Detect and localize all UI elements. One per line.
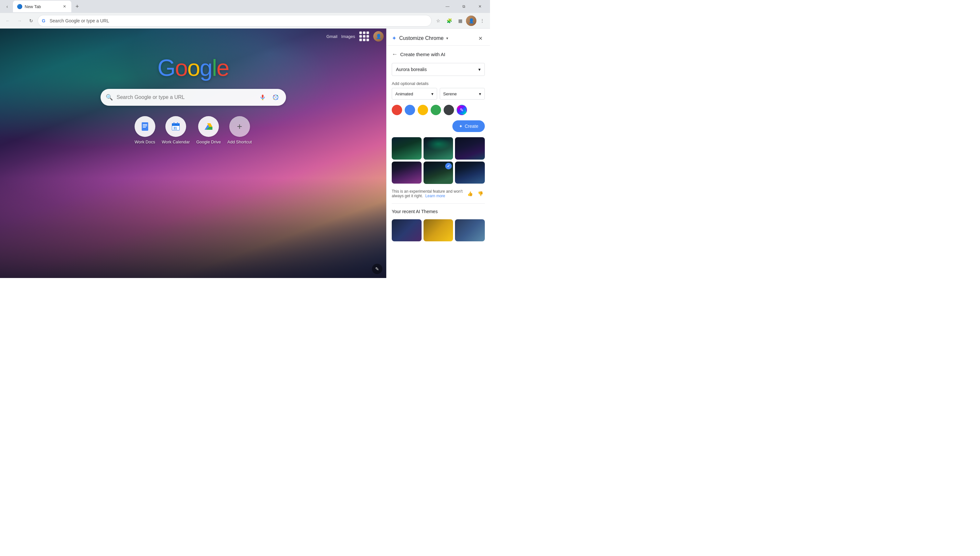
profile-avatar[interactable]: 👤 xyxy=(466,16,476,26)
back-to-themes[interactable]: ← Create theme with AI xyxy=(392,51,485,58)
serene-arrow: ▾ xyxy=(479,92,481,96)
svg-rect-15 xyxy=(172,124,180,126)
content-area: Gmail Images 👤 xyxy=(0,29,490,278)
search-input[interactable] xyxy=(117,94,253,100)
create-button[interactable]: ✦ Create xyxy=(452,120,485,132)
menu-button[interactable]: ⋮ xyxy=(477,16,488,26)
feedback-row: This is an experimental feature and won'… xyxy=(392,189,485,198)
recent-theme-2[interactable] xyxy=(423,219,454,242)
window-controls: — ⧉ ✕ xyxy=(440,1,488,12)
panel-close-button[interactable]: ✕ xyxy=(476,34,485,43)
svg-rect-12 xyxy=(143,127,146,128)
optional-details-label: Add optional details xyxy=(392,81,485,86)
animated-arrow: ▾ xyxy=(431,92,434,96)
color-blue[interactable] xyxy=(405,105,415,115)
shortcut-add[interactable]: + Add Shortcut xyxy=(227,116,252,144)
theme-thumb-1[interactable] xyxy=(392,137,421,160)
svg-rect-9 xyxy=(142,122,148,131)
new-tab-button[interactable]: + xyxy=(73,2,82,11)
sidebar-button[interactable]: ▦ xyxy=(455,16,465,26)
apps-grid-icon xyxy=(359,31,369,41)
close-window-button[interactable]: ✕ xyxy=(473,1,488,12)
shortcut-work-docs[interactable]: Work Docs xyxy=(135,116,155,144)
recent-theme-3[interactable] xyxy=(455,219,485,242)
tab-close-button[interactable]: ✕ xyxy=(61,3,68,10)
color-green[interactable] xyxy=(431,105,441,115)
tab-scroll-back[interactable]: ‹ xyxy=(3,2,12,11)
minimize-button[interactable]: — xyxy=(440,1,455,12)
add-shortcut-icon: + xyxy=(229,116,250,137)
extensions-button[interactable]: 🧩 xyxy=(444,16,454,26)
search-icon: 🔍 xyxy=(106,94,113,101)
theme-input-row: Aurora borealis ▾ xyxy=(392,63,485,76)
address-bar[interactable]: G Search Google or type a URL xyxy=(38,15,432,27)
theme-thumbnails-grid: ✓ xyxy=(392,137,485,184)
bookmark-button[interactable]: ☆ xyxy=(433,16,443,26)
theme-thumb-5[interactable]: ✓ xyxy=(423,162,454,184)
edit-background-button[interactable]: ✎ xyxy=(372,264,382,274)
back-arrow-icon: ← xyxy=(392,51,397,58)
customize-icon: ✦ xyxy=(392,35,397,42)
theme-thumb-6[interactable] xyxy=(455,162,485,184)
recent-themes-title: Your recent AI Themes xyxy=(392,209,485,214)
city-overlay xyxy=(0,178,386,278)
new-tab-page: Gmail Images 👤 xyxy=(0,29,386,278)
shortcuts-row: Work Docs 31 xyxy=(135,116,252,144)
color-yellow[interactable] xyxy=(418,105,428,115)
panel-body: ← Create theme with AI Aurora borealis ▾… xyxy=(387,46,490,247)
style-serene-select[interactable]: Serene ▾ xyxy=(440,88,485,100)
panel-title-row: ✦ Customize Chrome ▾ xyxy=(392,35,448,42)
svg-point-4 xyxy=(274,96,277,99)
color-dark[interactable] xyxy=(444,105,454,115)
forward-button[interactable]: → xyxy=(14,16,25,26)
learn-more-link[interactable]: Learn more xyxy=(425,194,445,198)
navigation-bar: ← → ↻ G Search Google or type a URL ☆ 🧩 … xyxy=(0,13,490,29)
maximize-button[interactable]: ⧉ xyxy=(456,1,471,12)
search-bar[interactable]: 🔍 xyxy=(100,89,286,106)
color-custom[interactable]: ✎ xyxy=(457,105,467,115)
customize-panel: ✦ Customize Chrome ▾ ✕ ← Create theme wi… xyxy=(386,29,490,278)
thumbs-down-button[interactable]: 👎 xyxy=(476,189,485,198)
work-docs-icon xyxy=(135,116,155,137)
ntp-content: Google 🔍 xyxy=(0,29,386,144)
work-calendar-icon: 31 xyxy=(165,116,186,137)
back-button[interactable]: ← xyxy=(3,16,13,26)
google-drive-label: Google Drive xyxy=(196,139,221,144)
recent-theme-1[interactable] xyxy=(392,219,421,242)
reload-button[interactable]: ↻ xyxy=(26,16,36,26)
address-text: Search Google or type a URL xyxy=(50,18,428,23)
svg-rect-0 xyxy=(262,95,263,98)
google-apps-button[interactable] xyxy=(359,31,370,42)
visual-search-button[interactable] xyxy=(270,92,281,102)
create-theme-label: Create theme with AI xyxy=(400,52,445,57)
theme-thumb-2[interactable] xyxy=(423,137,454,160)
tab-bar: ‹ 🔵 New Tab ✕ + xyxy=(3,1,440,12)
add-shortcut-label: Add Shortcut xyxy=(227,139,252,144)
work-docs-label: Work Docs xyxy=(135,139,155,144)
ntp-profile-avatar[interactable]: 👤 xyxy=(373,31,384,42)
theme-thumb-3[interactable] xyxy=(455,137,485,160)
svg-rect-18 xyxy=(173,122,174,124)
search-actions xyxy=(257,92,281,102)
gmail-link[interactable]: Gmail xyxy=(326,34,337,39)
style-animated-select[interactable]: Animated ▾ xyxy=(392,88,437,100)
active-tab[interactable]: 🔵 New Tab ✕ xyxy=(13,1,71,12)
theme-dropdown-arrow: ▾ xyxy=(478,67,481,72)
google-favicon: G xyxy=(42,18,47,23)
create-icon: ✦ xyxy=(459,124,463,129)
images-link[interactable]: Images xyxy=(341,34,355,39)
thumbs-up-button[interactable]: 👍 xyxy=(465,189,475,198)
shortcut-google-drive[interactable]: Google Drive xyxy=(196,116,221,144)
theme-dropdown[interactable]: Aurora borealis ▾ xyxy=(392,63,485,76)
create-label: Create xyxy=(465,124,478,129)
color-red[interactable] xyxy=(392,105,402,115)
theme-thumb-4[interactable] xyxy=(392,162,421,184)
svg-text:31: 31 xyxy=(173,126,177,130)
experimental-note: This is an experimental feature and won'… xyxy=(392,189,463,198)
nav-actions: ☆ 🧩 ▦ 👤 ⋮ xyxy=(433,16,488,26)
voice-search-button[interactable] xyxy=(257,92,268,102)
color-row: ✎ xyxy=(392,105,485,115)
shortcut-work-calendar[interactable]: 31 Work Calendar xyxy=(162,116,190,144)
animated-label: Animated xyxy=(395,92,413,96)
tab-title: New Tab xyxy=(25,4,59,9)
